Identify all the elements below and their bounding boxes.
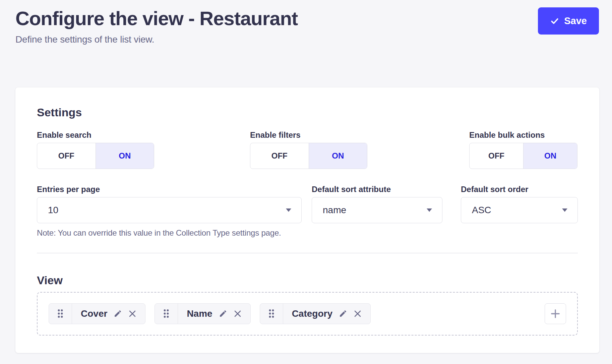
field-enable-search: Enable search OFF ON bbox=[37, 130, 250, 169]
field-default-sort-attribute: Default sort attribute name bbox=[312, 184, 442, 238]
field-label: Default sort attribute bbox=[312, 184, 442, 194]
section-divider bbox=[37, 253, 578, 253]
settings-card: Settings Enable search OFF ON Enable fil… bbox=[15, 87, 599, 353]
chevron-down-icon bbox=[286, 208, 291, 212]
toggle-on-button[interactable]: ON bbox=[96, 143, 154, 169]
toggle-row: Enable search OFF ON Enable filters OFF … bbox=[37, 130, 578, 169]
toggle-off-button[interactable]: OFF bbox=[470, 143, 523, 169]
check-icon bbox=[550, 16, 559, 26]
save-button-label: Save bbox=[564, 15, 587, 26]
toggle-off-button[interactable]: OFF bbox=[250, 143, 309, 169]
remove-icon[interactable] bbox=[354, 310, 362, 318]
page-subtitle: Define the settings of the list view. bbox=[15, 34, 298, 45]
select-value: ASC bbox=[472, 205, 491, 216]
field-enable-filters: Enable filters OFF ON bbox=[250, 130, 469, 169]
default-sort-order-select[interactable]: ASC bbox=[461, 197, 578, 223]
drag-handle-icon[interactable] bbox=[155, 304, 178, 324]
toggle-off-button[interactable]: OFF bbox=[37, 143, 96, 169]
select-row: Entries per page 10 Note: You can overri… bbox=[37, 184, 578, 238]
plus-icon bbox=[549, 308, 561, 320]
remove-icon[interactable] bbox=[128, 310, 136, 318]
pill-label: Name bbox=[187, 308, 212, 319]
field-label: Enable search bbox=[37, 130, 250, 140]
enable-bulk-actions-toggle: OFF ON bbox=[469, 143, 577, 169]
field-label: Entries per page bbox=[37, 184, 302, 194]
pill-body: Cover bbox=[72, 304, 145, 324]
field-enable-bulk-actions: Enable bulk actions OFF ON bbox=[469, 130, 578, 169]
field-label: Default sort order bbox=[461, 184, 578, 194]
enable-filters-toggle: OFF ON bbox=[250, 143, 367, 169]
view-field-pill-cover[interactable]: Cover bbox=[49, 303, 145, 324]
view-layout-dropzone: Cover bbox=[37, 292, 578, 336]
drag-handle-icon[interactable] bbox=[260, 304, 283, 324]
save-button[interactable]: Save bbox=[538, 7, 599, 35]
edit-icon[interactable] bbox=[219, 309, 227, 318]
field-label: Enable filters bbox=[250, 130, 469, 140]
chevron-down-icon bbox=[562, 208, 567, 212]
toggle-on-button[interactable]: ON bbox=[309, 143, 367, 169]
select-value: 10 bbox=[48, 205, 58, 216]
pill-label: Cover bbox=[81, 308, 107, 319]
view-field-pill-name[interactable]: Name bbox=[155, 303, 250, 324]
page-title: Configure the view - Restaurant bbox=[15, 7, 298, 30]
pill-body: Category bbox=[283, 304, 370, 324]
edit-icon[interactable] bbox=[339, 309, 347, 318]
remove-icon[interactable] bbox=[234, 310, 242, 318]
view-section-heading: View bbox=[37, 274, 578, 287]
view-field-pill-category[interactable]: Category bbox=[260, 303, 371, 324]
edit-icon[interactable] bbox=[114, 309, 122, 318]
add-field-button[interactable] bbox=[545, 303, 566, 324]
field-entries-per-page: Entries per page 10 Note: You can overri… bbox=[37, 184, 302, 238]
chevron-down-icon bbox=[427, 208, 432, 212]
drag-handle-icon[interactable] bbox=[49, 304, 72, 324]
enable-search-toggle: OFF ON bbox=[37, 143, 154, 169]
entries-per-page-note: Note: You can override this value in the… bbox=[37, 228, 302, 238]
page-titles: Configure the view - Restaurant Define t… bbox=[15, 7, 298, 45]
pill-label: Category bbox=[292, 308, 332, 319]
pill-body: Name bbox=[178, 304, 250, 324]
entries-per-page-select[interactable]: 10 bbox=[37, 197, 302, 223]
toggle-on-button[interactable]: ON bbox=[523, 143, 577, 169]
default-sort-attribute-select[interactable]: name bbox=[312, 197, 442, 223]
field-label: Enable bulk actions bbox=[469, 130, 578, 140]
settings-section-heading: Settings bbox=[37, 106, 578, 119]
page-header: Configure the view - Restaurant Define t… bbox=[0, 0, 612, 45]
field-default-sort-order: Default sort order ASC bbox=[461, 184, 578, 238]
select-value: name bbox=[323, 205, 346, 216]
